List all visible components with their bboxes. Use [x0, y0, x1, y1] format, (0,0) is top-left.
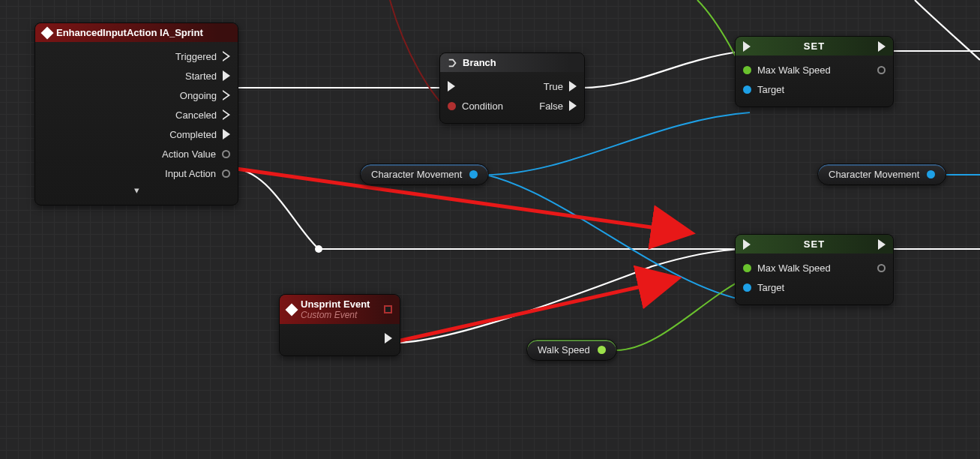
pin-label: Target: [757, 84, 784, 95]
exec-out-pin[interactable]: [878, 239, 886, 250]
data-out-pin[interactable]: [598, 346, 606, 354]
pin-label: Action Value: [162, 148, 216, 160]
node-header[interactable]: EnhancedInputAction IA_Sprint: [35, 23, 238, 42]
node-unsprint-event[interactable]: Unsprint Event Custom Event: [279, 294, 400, 356]
event-icon: [41, 26, 54, 39]
float-in-pin[interactable]: [743, 264, 751, 272]
exec-in-pin[interactable]: [448, 81, 455, 92]
exec-in-pin[interactable]: [743, 239, 751, 250]
bool-in-pin[interactable]: [448, 102, 456, 110]
exec-in-pin[interactable]: [743, 41, 751, 52]
node-title: Branch: [463, 57, 496, 68]
pin-label: Ongoing: [180, 90, 217, 101]
float-in-pin[interactable]: [743, 66, 751, 74]
data-out-pin[interactable]: [222, 150, 230, 158]
chevron-down-icon[interactable]: ▾: [131, 184, 142, 196]
exec-out-pin[interactable]: [223, 51, 230, 62]
node-enhanced-input-sprint[interactable]: EnhancedInputAction IA_Sprint Triggered …: [34, 22, 238, 206]
data-out-pin[interactable]: [927, 170, 935, 178]
pin-label: Completed: [169, 129, 217, 140]
exec-out-pin[interactable]: [223, 110, 230, 120]
node-title: SET: [743, 40, 886, 52]
node-set-max-walk-speed[interactable]: SET Max Walk Speed Target: [735, 36, 894, 107]
exec-out-pin[interactable]: [569, 100, 577, 111]
node-header[interactable]: SET: [736, 37, 893, 56]
exec-out-pin[interactable]: [385, 333, 392, 344]
node-set-max-walk-speed[interactable]: SET Max Walk Speed Target: [735, 234, 894, 305]
node-character-movement[interactable]: Character Movement: [817, 164, 946, 185]
pin-label: Max Walk Speed: [757, 64, 831, 76]
node-header[interactable]: Unsprint Event Custom Event: [280, 295, 400, 324]
pin-label: False: [539, 100, 563, 112]
node-character-movement[interactable]: Character Movement: [360, 164, 489, 185]
object-in-pin[interactable]: [743, 86, 751, 94]
exec-out-pin[interactable]: [878, 41, 886, 52]
exec-out-pin[interactable]: [569, 81, 577, 92]
node-walk-speed[interactable]: Walk Speed: [526, 339, 617, 361]
pin-label: Condition: [462, 100, 503, 112]
pin-label: Started: [185, 70, 217, 82]
delegate-pin[interactable]: [384, 305, 392, 314]
pin-label: Input Action: [165, 168, 216, 179]
pin-label: Triggered: [175, 51, 217, 62]
var-label: Character Movement: [371, 169, 462, 180]
var-label: Walk Speed: [538, 344, 590, 356]
branch-icon: [448, 58, 458, 68]
pin-label: Canceled: [175, 110, 217, 121]
node-subtitle: Custom Event: [301, 310, 370, 320]
var-label: Character Movement: [829, 169, 919, 180]
exec-out-pin[interactable]: [223, 129, 230, 140]
float-out-pin[interactable]: [877, 264, 886, 272]
event-icon: [286, 303, 298, 316]
node-branch[interactable]: Branch True Condition False: [439, 52, 585, 124]
exec-out-pin[interactable]: [223, 70, 230, 81]
pin-label: True: [544, 81, 563, 92]
float-out-pin[interactable]: [877, 66, 886, 74]
node-header[interactable]: Branch: [440, 53, 584, 72]
data-out-pin[interactable]: [222, 170, 230, 178]
node-title: EnhancedInputAction IA_Sprint: [56, 27, 203, 38]
exec-out-pin[interactable]: [223, 90, 230, 100]
data-out-pin[interactable]: [469, 170, 478, 178]
node-title: SET: [743, 238, 886, 250]
node-title: Unsprint Event: [301, 298, 370, 310]
pin-label: Target: [757, 282, 784, 293]
node-header[interactable]: SET: [736, 235, 893, 254]
pin-label: Max Walk Speed: [757, 262, 831, 274]
object-in-pin[interactable]: [743, 284, 751, 292]
